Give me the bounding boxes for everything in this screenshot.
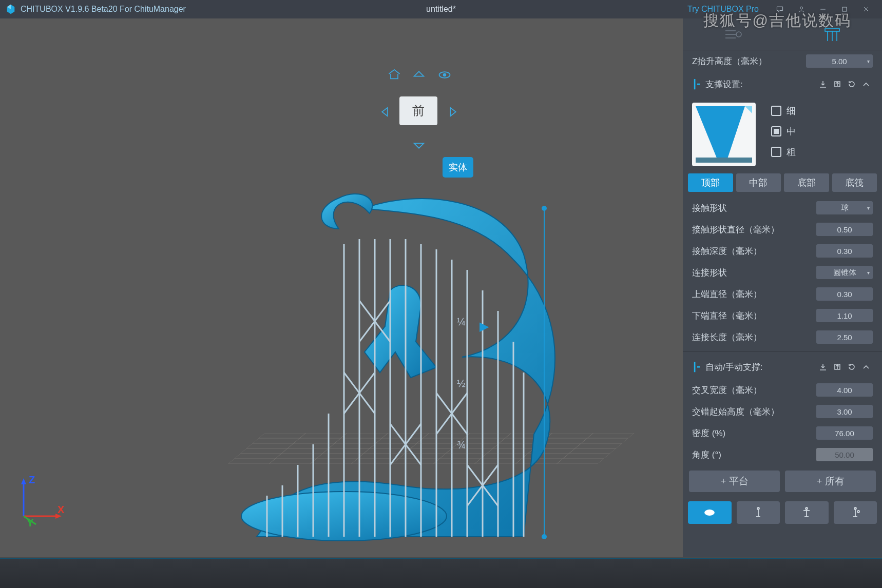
tab-settings[interactable] [683,18,782,50]
export-icon[interactable] [831,77,844,91]
tool-add-support-icon[interactable] [737,501,780,524]
support-settings-label: 支撑设置: [705,79,815,90]
support-size-options: 细 中 粗 [771,103,796,166]
param-value[interactable]: 0.50 [816,223,873,236]
support-tool-row [683,497,882,525]
svg-point-84 [857,511,859,513]
param-label: 交叉宽度（毫米） [692,384,816,396]
param-value[interactable]: 0.30 [816,287,873,301]
try-pro-link[interactable]: Try CHITUBOX Pro [687,5,759,14]
param-value[interactable]: 圆锥体▾ [816,266,873,279]
viewport-3d[interactable]: 前 实体 ▶ ¼ ½ ¾ Z X Y [0,18,683,557]
generate-buttons: + 平台 + 所有 [683,465,882,497]
view-home-icon[interactable] [385,65,404,83]
panel-tabs [683,18,882,50]
support-preview-row: 细 中 粗 [683,96,882,170]
param-value[interactable]: 3.00 [816,405,873,418]
param-value[interactable]: 球▾ [816,201,873,214]
z-lift-value[interactable]: 5.00▾ [806,54,873,68]
view-up-icon[interactable] [410,65,428,83]
support-settings-header: ┃╸ 支撑设置: [683,72,882,96]
seg-raft[interactable]: 底筏 [832,173,877,192]
reset-icon[interactable] [845,77,858,91]
param-value[interactable]: 50.00 [816,448,873,461]
size-thin[interactable]: 细 [771,105,796,117]
collapse-icon[interactable] [859,360,873,374]
svg-marker-57 [21,478,26,484]
param-row: 下端直径（毫米）1.10 [683,305,882,326]
seg-bottom[interactable]: 底部 [784,173,829,192]
add-platform-button[interactable]: + 平台 [689,471,780,492]
seg-top[interactable]: 顶部 [688,173,733,192]
account-icon[interactable] [791,3,812,15]
svg-point-53 [542,534,547,539]
view-down-icon[interactable] [410,136,428,155]
size-medium[interactable]: 中 [771,125,796,138]
support-header-icon: ┃╸ [692,79,702,90]
tool-visibility-icon[interactable] [688,501,732,524]
slice-handle-icon[interactable]: ▶ [480,319,489,334]
window-minimize-icon[interactable] [812,3,834,15]
scale-q3: ¾ [457,439,466,451]
slice-scale[interactable]: ▶ ¼ ½ ¾ [457,301,478,496]
param-value[interactable]: 1.10 [816,309,873,322]
app-logo-icon [5,4,16,15]
param-value[interactable]: 0.30 [816,244,873,258]
param-label: 接触形状直径（毫米） [692,224,816,236]
add-all-button[interactable]: + 所有 [785,471,876,492]
svg-point-55 [444,74,446,76]
side-panel: Z抬升高度（毫米） 5.00▾ ┃╸ 支撑设置: 细 中 粗 顶部 中部 底部 [683,18,882,557]
param-label: 接触形状 [692,202,816,214]
param-label: 密度 (%) [692,427,816,439]
support-preview-thumb [692,103,756,166]
size-thick[interactable]: 粗 [771,146,796,158]
tool-remove-support-icon[interactable] [785,501,829,524]
titlebar: CHITUBOX V1.9.6 Beta20 For ChituManager … [0,0,882,18]
feedback-icon[interactable] [769,3,791,15]
window-close-icon[interactable] [855,3,877,15]
scale-q2: ½ [457,378,466,389]
import-icon[interactable] [816,77,830,91]
axis-x-label: X [57,504,65,515]
export-icon[interactable] [831,360,844,374]
checkbox-icon[interactable] [771,126,781,136]
view-front-button[interactable]: 前 [399,96,437,125]
seg-mid[interactable]: 中部 [736,173,781,192]
param-row: 接触形状直径（毫米）0.50 [683,219,882,240]
import-icon[interactable] [816,360,830,374]
svg-point-0 [800,7,803,9]
param-label: 连接形状 [692,267,816,279]
collapse-icon[interactable] [859,77,873,91]
svg-point-64 [736,32,741,37]
scale-q1: ¼ [457,316,466,328]
workspace: 前 实体 ▶ ¼ ½ ¾ Z X Y Z抬升高度（毫米） 5.00▾ [0,18,882,557]
param-label: 交错起始高度（毫米） [692,406,816,418]
param-row: 交错起始高度（毫米）3.00 [683,401,882,422]
document-title: untitled* [426,5,456,14]
view-right-icon[interactable] [444,103,462,121]
tab-supports[interactable] [782,18,882,50]
display-solid-badge[interactable]: 实体 [443,157,473,178]
svg-point-52 [542,206,547,211]
z-lift-label: Z抬升高度（毫米） [692,55,806,67]
auto-params: 交叉宽度（毫米）4.00交错起始高度（毫米）3.00密度 (%)76.00角度 … [683,379,882,465]
param-row: 密度 (%)76.00 [683,422,882,444]
param-row: 接触深度（毫米）0.30 [683,240,882,262]
svg-marker-69 [696,106,745,162]
reset-icon[interactable] [845,360,858,374]
checkbox-icon[interactable] [771,147,781,157]
top-params: 接触形状球▾接触形状直径（毫米）0.50接触深度（毫米）0.30连接形状圆锥体▾… [683,197,882,348]
tool-edit-support-icon[interactable] [834,501,877,524]
param-row: 角度 (°)50.00 [683,444,882,465]
checkbox-icon[interactable] [771,106,781,116]
auto-manual-label: 自动/手动支撑: [705,361,815,373]
svg-point-73 [708,512,711,514]
z-lift-row: Z抬升高度（毫米） 5.00▾ [683,50,882,72]
svg-rect-71 [696,158,752,163]
param-value[interactable]: 4.00 [816,383,873,397]
param-value[interactable]: 76.00 [816,426,873,440]
view-perspective-icon[interactable] [435,66,454,84]
param-value[interactable]: 2.50 [816,330,873,344]
window-maximize-icon[interactable] [834,3,855,15]
view-left-icon[interactable] [376,103,394,121]
